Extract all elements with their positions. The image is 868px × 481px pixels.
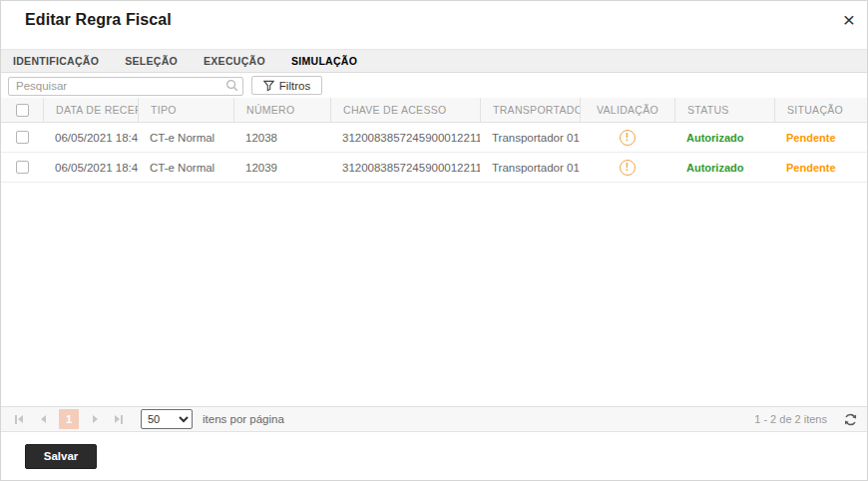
last-page-icon bbox=[115, 415, 120, 423]
column-header-numero[interactable]: NÚMERO bbox=[233, 98, 330, 122]
dialog-footer: Salvar bbox=[1, 432, 867, 480]
filters-button[interactable]: Filtros bbox=[251, 76, 322, 95]
grid-empty-area bbox=[1, 183, 867, 406]
funnel-icon bbox=[263, 80, 274, 92]
cell-situacao: Pendente bbox=[774, 123, 867, 152]
row-checkbox[interactable] bbox=[16, 161, 29, 174]
column-header-tipo[interactable]: TIPO bbox=[138, 98, 233, 122]
cell-transportador: Transportador 01 bbox=[480, 153, 580, 182]
tab-identificacao[interactable]: IDENTIFICAÇÃO bbox=[13, 55, 99, 67]
pager-last-button[interactable] bbox=[109, 409, 129, 429]
column-header-situacao[interactable]: SITUAÇÃO bbox=[774, 98, 867, 122]
row-checkbox-cell bbox=[1, 153, 43, 182]
simulation-grid: DATA DE RECEPÇ... TIPO NÚMERO CHAVE DE A… bbox=[1, 98, 867, 406]
pager-next-button[interactable] bbox=[85, 409, 105, 429]
select-all-checkbox[interactable] bbox=[16, 104, 29, 117]
pager-prev-button[interactable] bbox=[33, 409, 53, 429]
column-header-status[interactable]: STATUS bbox=[674, 98, 774, 122]
tabstrip: IDENTIFICAÇÃO SELEÇÃO EXECUÇÃO SIMULAÇÃO bbox=[1, 49, 867, 73]
cell-status: Autorizado bbox=[674, 123, 774, 152]
items-per-page-label: itens por página bbox=[203, 413, 284, 425]
cell-data-recepcao: 06/05/2021 18:49:00 bbox=[43, 123, 138, 152]
cell-tipo: CT-e Normal bbox=[138, 153, 233, 182]
situacao-badge: Pendente bbox=[786, 132, 836, 144]
next-page-icon bbox=[93, 415, 98, 423]
row-checkbox[interactable] bbox=[16, 131, 29, 144]
tab-simulacao[interactable]: SIMULAÇÃO bbox=[291, 55, 357, 67]
dialog-title: Editar Regra Fiscal bbox=[25, 11, 172, 29]
refresh-icon bbox=[843, 412, 858, 427]
warning-icon[interactable]: ! bbox=[620, 130, 636, 146]
cell-chave-acesso: 312008385724590001221100100... bbox=[330, 123, 480, 152]
select-all-cell bbox=[1, 98, 43, 122]
search-wrap bbox=[8, 76, 243, 95]
page-size-select[interactable]: 50 bbox=[141, 409, 193, 429]
cell-transportador: Transportador 01 bbox=[480, 123, 580, 152]
pager-first-button[interactable] bbox=[9, 409, 29, 429]
pager-range-label: 1 - 2 de 2 itens bbox=[754, 413, 827, 425]
column-header-chave-acesso[interactable]: CHAVE DE ACESSO bbox=[330, 98, 480, 122]
row-checkbox-cell bbox=[1, 123, 43, 152]
cell-numero: 12038 bbox=[233, 123, 330, 152]
grid-header-row: DATA DE RECEPÇ... TIPO NÚMERO CHAVE DE A… bbox=[1, 98, 867, 123]
cell-status: Autorizado bbox=[674, 153, 774, 182]
cell-situacao: Pendente bbox=[774, 153, 867, 182]
edit-fiscal-rule-dialog: Editar Regra Fiscal × IDENTIFICAÇÃO SELE… bbox=[0, 0, 868, 481]
search-input[interactable] bbox=[8, 77, 243, 96]
table-row[interactable]: 06/05/2021 18:49:00 CT-e Normal 12038 31… bbox=[1, 123, 867, 153]
situacao-badge: Pendente bbox=[786, 162, 836, 174]
prev-page-icon bbox=[41, 415, 46, 423]
cell-data-recepcao: 06/05/2021 18:49:30 bbox=[43, 153, 138, 182]
table-row[interactable]: 06/05/2021 18:49:30 CT-e Normal 12039 31… bbox=[1, 153, 867, 183]
column-header-validacao[interactable]: VALIDAÇÃO bbox=[580, 98, 674, 122]
filters-button-label: Filtros bbox=[279, 80, 310, 92]
save-button[interactable]: Salvar bbox=[25, 444, 97, 469]
grid-toolbar: Filtros bbox=[1, 73, 867, 98]
close-icon[interactable]: × bbox=[843, 11, 855, 29]
tab-execucao[interactable]: EXECUÇÃO bbox=[204, 55, 265, 67]
column-header-transportador[interactable]: TRANSPORTADOR bbox=[480, 98, 580, 122]
pager-current-page[interactable]: 1 bbox=[59, 409, 79, 429]
tab-selecao[interactable]: SELEÇÃO bbox=[125, 55, 178, 67]
warning-icon[interactable]: ! bbox=[620, 160, 636, 176]
cell-chave-acesso: 312008385724590001221100100... bbox=[330, 153, 480, 182]
first-page-icon bbox=[15, 415, 17, 424]
cell-numero: 12039 bbox=[233, 153, 330, 182]
status-badge: Autorizado bbox=[686, 162, 743, 174]
refresh-button[interactable] bbox=[841, 410, 859, 428]
dialog-header: Editar Regra Fiscal × bbox=[1, 1, 867, 49]
cell-validacao: ! bbox=[580, 123, 674, 152]
cell-tipo: CT-e Normal bbox=[138, 123, 233, 152]
status-badge: Autorizado bbox=[686, 132, 743, 144]
cell-validacao: ! bbox=[580, 153, 674, 182]
pager: 1 50 itens por página 1 - 2 de 2 itens bbox=[1, 406, 867, 432]
column-header-data-recepcao[interactable]: DATA DE RECEPÇ... bbox=[43, 98, 138, 122]
